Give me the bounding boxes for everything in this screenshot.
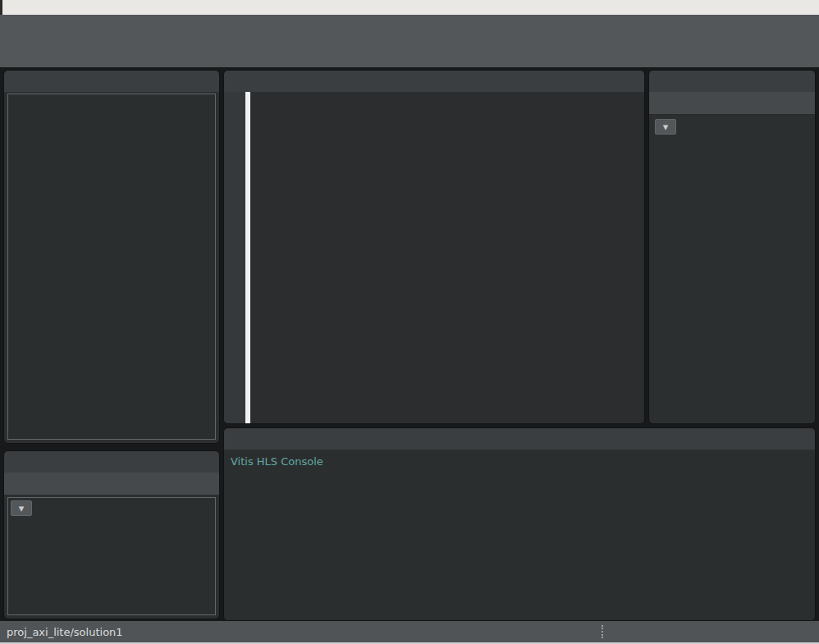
perspective-bar [0, 39, 819, 67]
console-title: Vitis HLS Console [231, 455, 808, 468]
chevron-down-icon: ▾ [659, 121, 672, 134]
status-bar: proj_axi_lite/solution1 [0, 621, 819, 642]
console-panel: Vitis HLS Console [223, 427, 816, 621]
outline-filter-dropdown[interactable]: ▾ [655, 119, 676, 135]
git-filter-dropdown[interactable]: ▾ [11, 500, 32, 516]
outline-toolbar [649, 92, 815, 115]
explorer-panel [3, 70, 220, 444]
menu-bar [0, 0, 819, 15]
explorer-tree [7, 94, 216, 440]
outline-panel: ▾ [648, 70, 816, 424]
git-repositories-panel: ▾ [3, 450, 220, 619]
explorer-tab-strip [4, 71, 219, 92]
code-editor[interactable] [224, 92, 644, 423]
status-text: proj_axi_lite/solution1 [7, 626, 123, 638]
git-toolbar [4, 473, 219, 496]
console-output[interactable]: Vitis HLS Console [224, 450, 815, 620]
vitis-hls-window: ▾ ▾ Vitis HLS Console proj_axi_lite/solu… [0, 0, 819, 644]
editor-panel [223, 70, 645, 424]
editor-tab-strip [224, 71, 644, 92]
statusbar-drag-handle[interactable] [602, 625, 605, 638]
outline-tab-strip [649, 71, 815, 92]
outline-filter-area: ▾ [652, 116, 676, 137]
console-tab-strip [224, 428, 815, 450]
git-tree-area: ▾ [7, 497, 216, 615]
git-tab-strip [4, 451, 219, 473]
main-toolbar [0, 15, 819, 39]
chevron-down-icon: ▾ [15, 502, 28, 515]
top-toolbars [0, 15, 819, 67]
